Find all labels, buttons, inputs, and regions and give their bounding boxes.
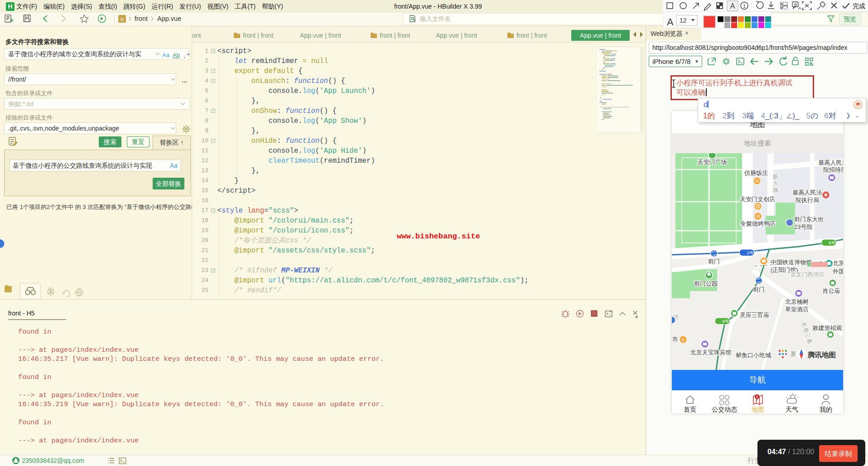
svg-text:茶: 茶 <box>791 351 796 357</box>
svg-text:天安门文创店: 天安门文创店 <box>740 196 775 203</box>
svg-text:8号线: 8号线 <box>829 240 840 245</box>
svg-text:最高人民法: 最高人民法 <box>819 159 844 166</box>
svg-text:灵应三官庙: 灵应三官庙 <box>740 311 769 318</box>
svg-text:市: 市 <box>681 338 685 342</box>
svg-text:路: 路 <box>773 187 779 194</box>
svg-text:院执行局: 院执行局 <box>796 197 819 204</box>
svg-text:肖公庙: 肖公庙 <box>823 287 840 294</box>
svg-text:前门: 前门 <box>708 258 720 265</box>
svg-text:敕建崇祯观: 敕建崇祯观 <box>813 325 842 331</box>
svg-text:北京: 北京 <box>833 260 843 267</box>
svg-text:腾讯地图: 腾讯地图 <box>807 351 836 359</box>
svg-text:外国: 外国 <box>832 268 843 275</box>
svg-text:鲜鱼口小吃城: 鲜鱼口小吃城 <box>736 352 771 359</box>
svg-text:A: A <box>667 16 674 28</box>
svg-text:崇文门西河沿: 崇文门西河沿 <box>791 272 825 278</box>
svg-text:地图: 地图 <box>751 406 764 413</box>
svg-text:2号线: 2号线 <box>747 250 758 255</box>
svg-text:大: 大 <box>773 180 779 187</box>
svg-text:首页: 首页 <box>684 406 696 413</box>
svg-text:公交动态: 公交动态 <box>712 406 738 413</box>
svg-text:全聚德烤鸭店: 全聚德烤鸭店 <box>740 220 776 227</box>
svg-text:天安门广场: 天安门广场 <box>698 159 727 165</box>
svg-text:1: 1 <box>743 3 746 9</box>
svg-text:23号院: 23号院 <box>794 223 812 230</box>
svg-text:front: front <box>135 15 148 22</box>
svg-text:u: u <box>121 16 124 22</box>
svg-text:天气: 天气 <box>786 406 798 413</box>
svg-text:输入文件名: 输入文件名 <box>420 15 451 22</box>
svg-text:市: 市 <box>672 336 678 343</box>
svg-text:A: A <box>798 6 801 10</box>
svg-text:...: ... <box>182 76 188 84</box>
svg-text:最高人民法: 最高人民法 <box>793 189 822 196</box>
svg-text:预览: 预览 <box>844 15 856 23</box>
svg-text:草堂酒店: 草堂酒店 <box>785 306 809 313</box>
svg-text:Ab: Ab <box>173 52 180 58</box>
svg-text:北京天宝珠宾馆: 北京天宝珠宾馆 <box>690 349 732 356</box>
svg-text:前门东大街: 前门东大街 <box>794 216 824 223</box>
svg-text:App.vue: App.vue <box>157 15 181 22</box>
svg-text:仿膳饭庄: 仿膳饭庄 <box>744 170 768 176</box>
svg-text:北京楠树: 北京楠树 <box>785 298 809 305</box>
svg-text:新: 新 <box>773 174 779 180</box>
svg-text:院招待所: 院招待所 <box>823 166 843 173</box>
svg-text:.*: .* <box>183 53 190 60</box>
svg-text:8号线: 8号线 <box>723 319 734 324</box>
svg-text:我的: 我的 <box>820 406 832 413</box>
svg-text:Aa: Aa <box>162 52 170 58</box>
svg-text:前门公园: 前门公园 <box>694 280 718 287</box>
svg-text:A: A <box>730 2 735 10</box>
svg-text:完成: 完成 <box>853 2 865 10</box>
svg-text:12: 12 <box>680 17 687 24</box>
svg-text:前门: 前门 <box>753 286 765 293</box>
svg-text:中国铁道博物馆: 中国铁道博物馆 <box>771 259 812 266</box>
